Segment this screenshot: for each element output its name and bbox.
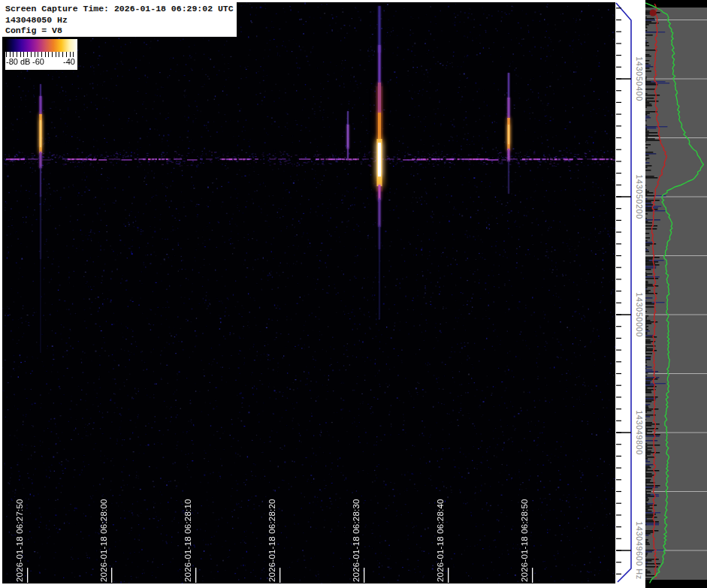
waterfall-spectrogram-canvas [2,2,615,583]
colorbar-labels: -80 dB -60 -40 [5,57,77,68]
time-axis-label: 2026-01-18 06:28:10 [183,499,192,582]
spectrum-side-panel-canvas [645,0,707,588]
capture-time-text: Screen Capture Time: 2026-01-18 06:29:02… [5,4,237,15]
colorbar-ticks [6,52,77,57]
capture-frequency-text: 143048050 Hz [5,15,237,26]
time-axis-label: 2026-01-18 06:28:40 [436,499,445,582]
frequency-axis-label: 143050400 [635,56,644,101]
frequency-axis-label: 143050000 [635,292,644,337]
time-axis-label: 2026-01-18 06:28:30 [352,499,361,582]
colorbar-gradient [5,39,77,52]
frequency-axis-label: 143049600 Hz [635,521,644,580]
time-axis-label: 2026-01-18 06:28:20 [267,499,276,582]
colorbar-label-mid: -60 [32,57,44,66]
time-axis-label: 2026-01-18 06:28:50 [520,499,529,582]
db-colorbar: -80 dB -60 -40 [5,39,77,70]
colorbar-label-min: -80 dB [6,57,30,66]
frequency-axis-label: 143049800 [635,410,644,455]
time-axis-label: 2026-01-18 06:28:00 [99,499,108,582]
capture-config-text: Config = V8 [5,26,237,37]
colorbar-label-max: -40 [63,57,75,66]
capture-info-box: Screen Capture Time: 2026-01-18 06:29:02… [2,2,237,37]
time-axis-label: 2026-01-18 06:27:50 [15,499,24,582]
spectrum-lab-capture: Screen Capture Time: 2026-01-18 06:29:02… [0,0,707,588]
frequency-axis-label: 143050200 [635,174,644,219]
